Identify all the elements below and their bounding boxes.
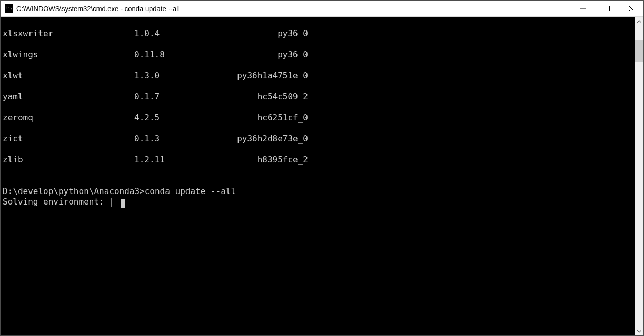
svg-rect-1: [605, 6, 610, 11]
package-name: zeromq: [3, 113, 134, 123]
package-build: py36_0: [219, 49, 308, 60]
scroll-up-button[interactable]: [635, 17, 643, 26]
package-build: py36h2d8e73e_0: [219, 134, 308, 144]
package-row: yaml0.1.7hc54c509_2: [3, 91, 635, 102]
prompt-line: D:\develop\python\Anaconda3>conda update…: [3, 186, 236, 196]
package-row: zict0.1.3py36h2d8e73e_0: [3, 134, 635, 144]
package-version: 1.3.0: [134, 70, 219, 81]
package-row: xlwings0.11.8py36_0: [3, 49, 635, 60]
window-controls: [571, 1, 643, 17]
cursor: [121, 199, 125, 208]
package-row: xlwt1.3.0py36h1a4751e_0: [3, 70, 635, 81]
package-version: 1.2.11: [134, 155, 219, 165]
package-row: zeromq4.2.5hc6251cf_0: [3, 113, 635, 123]
prompt-path: D:\develop\python\Anaconda3>: [3, 186, 145, 196]
package-build: h8395fce_2: [219, 155, 308, 165]
status-line: Solving environment: |: [3, 197, 125, 207]
package-name: zict: [3, 134, 134, 144]
package-row: xlsxwriter1.0.4py36_0: [3, 28, 635, 39]
window-title: C:\WINDOWS\system32\cmd.exe - conda upda…: [16, 5, 180, 13]
terminal-area: xlsxwriter1.0.4py36_0 xlwings0.11.8py36_…: [1, 17, 643, 335]
vertical-scrollbar[interactable]: [635, 17, 643, 335]
spinner-char: |: [109, 197, 114, 207]
package-name: zlib: [3, 155, 134, 165]
close-icon: [629, 6, 634, 11]
package-version: 0.1.7: [134, 91, 219, 102]
titlebar: C:\ C:\WINDOWS\system32\cmd.exe - conda …: [1, 1, 643, 17]
chevron-up-icon: [637, 19, 641, 24]
solving-label: Solving environment:: [3, 197, 109, 207]
package-version: 0.1.3: [134, 134, 219, 144]
package-name: xlwings: [3, 49, 134, 60]
package-build: py36h1a4751e_0: [219, 70, 308, 81]
package-name: xlsxwriter: [3, 28, 134, 39]
scroll-track[interactable]: [635, 26, 643, 327]
chevron-down-icon: [637, 329, 641, 333]
minimize-icon: [580, 6, 586, 11]
package-row: zlib1.2.11h8395fce_2: [3, 155, 635, 165]
cmd-icon: C:\: [5, 4, 13, 13]
package-name: xlwt: [3, 70, 134, 81]
maximize-button[interactable]: [595, 1, 619, 17]
prompt-command: conda update --all: [145, 186, 236, 196]
package-build: hc54c509_2: [219, 91, 308, 102]
package-version: 4.2.5: [134, 113, 219, 123]
terminal-output[interactable]: xlsxwriter1.0.4py36_0 xlwings0.11.8py36_…: [1, 17, 635, 335]
package-build: hc6251cf_0: [219, 113, 308, 123]
minimize-button[interactable]: [571, 1, 595, 17]
package-version: 1.0.4: [134, 28, 219, 39]
close-button[interactable]: [619, 1, 643, 17]
package-version: 0.11.8: [134, 49, 219, 60]
scroll-thumb[interactable]: [635, 40, 643, 62]
maximize-icon: [605, 6, 610, 11]
blank-line: [3, 176, 8, 186]
package-name: yaml: [3, 91, 134, 102]
scroll-down-button[interactable]: [635, 327, 643, 335]
package-build: py36_0: [219, 28, 308, 39]
